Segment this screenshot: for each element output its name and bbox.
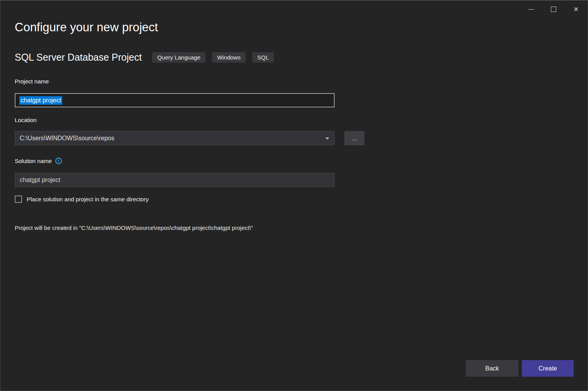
maximize-button[interactable]: [542, 1, 565, 18]
location-label: Location: [15, 117, 37, 123]
browse-location-button[interactable]: ...: [344, 131, 364, 145]
create-button[interactable]: Create: [522, 360, 574, 377]
template-row: SQL Server Database Project Query Langua…: [15, 52, 280, 63]
chevron-down-icon: [325, 138, 329, 139]
minimize-button[interactable]: [520, 1, 542, 18]
maximize-icon: [551, 7, 556, 12]
tag-query-language: Query Language: [152, 52, 205, 63]
project-name-input[interactable]: chatgpt project: [15, 93, 335, 107]
tag-windows: Windows: [212, 52, 246, 63]
same-directory-checkbox[interactable]: [15, 196, 22, 203]
page-title: Configure your new project: [15, 20, 158, 34]
creation-path-summary: Project will be created in "C:\Users\WIN…: [15, 224, 253, 231]
template-name: SQL Server Database Project: [15, 52, 142, 63]
project-name-label: Project name: [15, 78, 49, 85]
window-controls: ✕: [520, 1, 587, 18]
configure-project-dialog: ✕ Configure your new project SQL Server …: [0, 0, 588, 391]
solution-name-label: Solution name: [15, 158, 52, 164]
close-icon: ✕: [573, 6, 579, 13]
project-name-value: chatgpt project: [19, 96, 62, 105]
location-combobox[interactable]: C:\Users\WINDOWS\source\repos: [15, 131, 335, 145]
location-value: C:\Users\WINDOWS\source\repos: [20, 135, 114, 142]
tag-sql: SQL: [252, 52, 274, 63]
info-icon[interactable]: i: [55, 158, 62, 164]
close-button[interactable]: ✕: [565, 1, 587, 18]
same-directory-row: Place solution and project in the same d…: [15, 196, 149, 203]
solution-name-input[interactable]: [15, 173, 335, 187]
minimize-icon: [528, 9, 534, 10]
same-directory-label: Place solution and project in the same d…: [27, 196, 149, 202]
solution-name-label-row: Solution name i: [15, 158, 62, 164]
back-button[interactable]: Back: [466, 360, 518, 377]
